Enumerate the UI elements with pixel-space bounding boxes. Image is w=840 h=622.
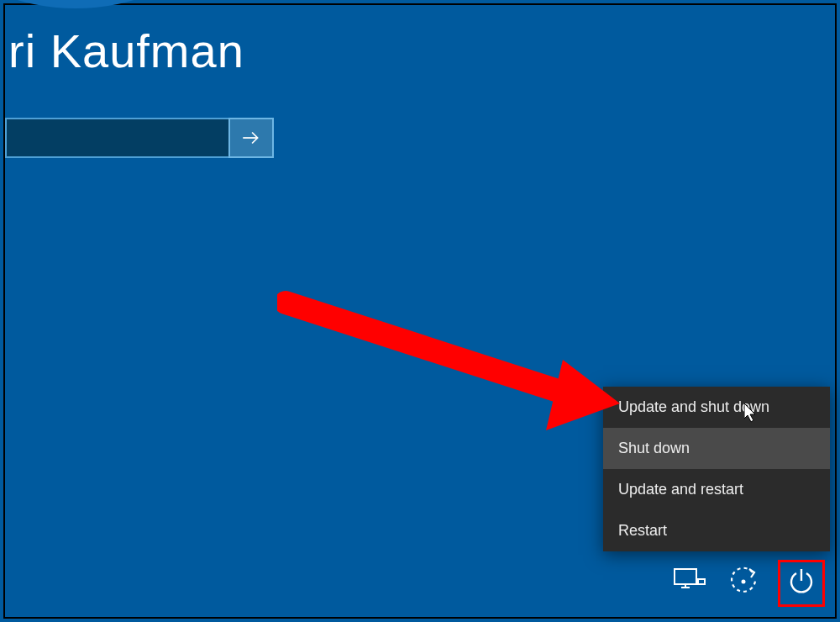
svg-rect-2 (675, 569, 696, 584)
power-menu: Update and shut down Shut down Update an… (603, 387, 830, 551)
power-icon (785, 566, 817, 601)
menu-item-update-restart[interactable]: Update and restart (603, 469, 830, 510)
menu-item-shutdown[interactable]: Shut down (603, 428, 830, 469)
power-button[interactable] (778, 560, 825, 607)
arrow-right-icon (240, 127, 262, 149)
network-display-icon (673, 567, 706, 599)
password-input[interactable] (5, 118, 228, 158)
ease-of-access-icon (727, 566, 759, 601)
ease-of-access-button[interactable] (724, 564, 763, 603)
network-button[interactable] (670, 564, 709, 603)
menu-item-restart[interactable]: Restart (603, 510, 830, 551)
submit-button[interactable] (228, 118, 274, 158)
menu-item-update-shutdown[interactable]: Update and shut down (603, 387, 830, 428)
svg-rect-5 (698, 579, 705, 584)
password-row (5, 118, 274, 158)
username-label: ri Kaufman (8, 24, 244, 78)
tray (670, 560, 825, 607)
svg-point-7 (742, 580, 746, 584)
